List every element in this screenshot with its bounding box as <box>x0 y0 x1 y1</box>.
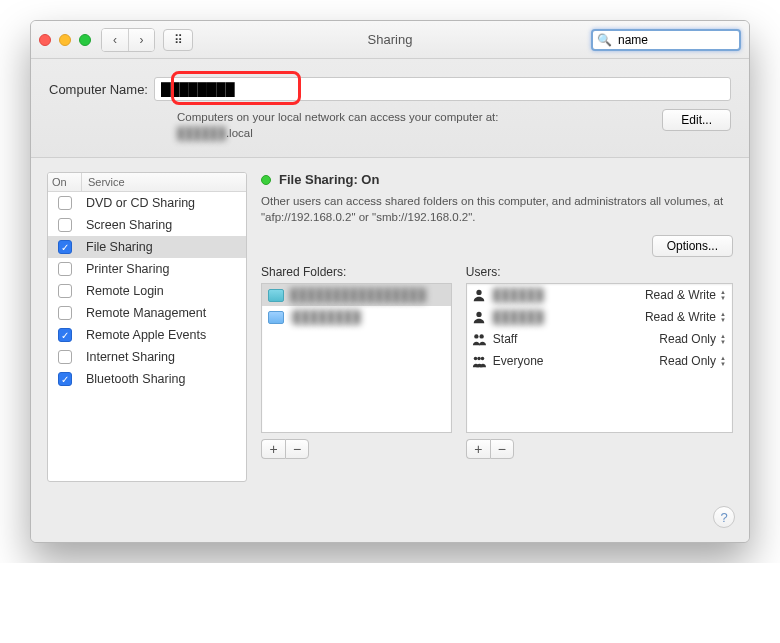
service-checkbox[interactable] <box>58 372 72 386</box>
service-row[interactable]: Internet Sharing <box>48 346 246 368</box>
search-input[interactable] <box>616 32 750 48</box>
shared-folders-list[interactable]: ████████████████i████████ <box>261 283 452 433</box>
service-label: Internet Sharing <box>82 350 246 364</box>
svg-point-1 <box>476 312 481 317</box>
users-controls: + − <box>466 439 733 459</box>
user-name: ██████ <box>493 310 639 324</box>
stepper-icon: ▲▼ <box>720 311 726 323</box>
remove-folder-button[interactable]: − <box>285 439 309 459</box>
titlebar: ‹ › ⠿ Sharing 🔍 ✕ <box>31 21 749 59</box>
user-name: Staff <box>493 332 654 346</box>
remove-user-button[interactable]: − <box>490 439 514 459</box>
user-row[interactable]: StaffRead Only▲▼ <box>467 328 732 350</box>
service-checkbox[interactable] <box>58 240 72 254</box>
shared-folders-controls: + − <box>261 439 452 459</box>
service-row[interactable]: Remote Login <box>48 280 246 302</box>
status-row: File Sharing: On <box>261 172 733 187</box>
detail-panel: File Sharing: On Other users can access … <box>261 172 733 482</box>
service-checkbox[interactable] <box>58 196 72 210</box>
service-row[interactable]: Screen Sharing <box>48 214 246 236</box>
computer-name-input[interactable] <box>154 77 731 101</box>
user-row[interactable]: ██████Read & Write▲▼ <box>467 284 732 306</box>
permission-select[interactable]: Read Only▲▼ <box>659 354 728 368</box>
svg-point-6 <box>481 357 485 361</box>
show-all-button[interactable]: ⠿ <box>163 29 193 51</box>
service-checkbox[interactable] <box>58 262 72 276</box>
svg-point-4 <box>474 357 478 361</box>
service-label: Remote Management <box>82 306 246 320</box>
computer-name-label: Computer Name: <box>49 82 148 97</box>
search-icon: 🔍 <box>597 33 612 47</box>
options-button[interactable]: Options... <box>652 235 733 257</box>
service-checkbox[interactable] <box>58 284 72 298</box>
user-name: Everyone <box>493 354 654 368</box>
service-checkbox[interactable] <box>58 218 72 232</box>
service-row[interactable]: Bluetooth Sharing <box>48 368 246 390</box>
service-label: Screen Sharing <box>82 218 246 232</box>
status-description: Other users can access shared folders on… <box>261 193 733 225</box>
computer-name-section: Computer Name: Computers on your local n… <box>31 59 749 158</box>
column-on[interactable]: On <box>48 173 82 191</box>
stepper-icon: ▲▼ <box>720 289 726 301</box>
service-row[interactable]: DVD or CD Sharing <box>48 192 246 214</box>
permission-select[interactable]: Read Only▲▼ <box>659 332 728 346</box>
folder-name: i████████ <box>290 310 361 324</box>
service-row[interactable]: Remote Management <box>48 302 246 324</box>
stepper-icon: ▲▼ <box>720 333 726 345</box>
service-row[interactable]: Remote Apple Events <box>48 324 246 346</box>
user-icon <box>471 332 487 346</box>
folder-row[interactable]: ████████████████ <box>262 284 451 306</box>
zoom-icon[interactable] <box>79 34 91 46</box>
services-header: On Service <box>48 173 246 192</box>
permission-select[interactable]: Read & Write▲▼ <box>645 310 728 324</box>
service-label: Printer Sharing <box>82 262 246 276</box>
user-name: ██████ <box>493 288 639 302</box>
add-user-button[interactable]: + <box>466 439 490 459</box>
service-label: Remote Login <box>82 284 246 298</box>
back-button[interactable]: ‹ <box>102 29 128 51</box>
permission-select[interactable]: Read & Write▲▼ <box>645 288 728 302</box>
column-service[interactable]: Service <box>82 173 246 191</box>
folder-icon <box>268 289 284 302</box>
folder-name: ████████████████ <box>290 288 426 302</box>
svg-point-2 <box>474 335 478 339</box>
add-folder-button[interactable]: + <box>261 439 285 459</box>
main-content: On Service DVD or CD SharingScreen Shari… <box>31 158 749 498</box>
computer-name-info: Computers on your local network can acce… <box>177 109 650 141</box>
folder-row[interactable]: i████████ <box>262 306 451 328</box>
nav-back-forward: ‹ › <box>101 28 155 52</box>
stepper-icon: ▲▼ <box>720 355 726 367</box>
service-row[interactable]: Printer Sharing <box>48 258 246 280</box>
help-button[interactable]: ? <box>713 506 735 528</box>
shared-folders-panel: Shared Folders: ████████████████i███████… <box>261 265 452 459</box>
service-label: DVD or CD Sharing <box>82 196 246 210</box>
svg-point-5 <box>477 357 481 361</box>
status-indicator-icon <box>261 175 271 185</box>
footer: ? <box>31 498 749 542</box>
user-row[interactable]: EveryoneRead Only▲▼ <box>467 350 732 372</box>
user-icon <box>471 310 487 324</box>
service-checkbox[interactable] <box>58 306 72 320</box>
service-label: Remote Apple Events <box>82 328 246 342</box>
user-icon <box>471 354 487 368</box>
services-list: On Service DVD or CD SharingScreen Shari… <box>47 172 247 482</box>
close-icon[interactable] <box>39 34 51 46</box>
user-row[interactable]: ██████Read & Write▲▼ <box>467 306 732 328</box>
search-field[interactable]: 🔍 ✕ <box>591 29 741 51</box>
service-checkbox[interactable] <box>58 350 72 364</box>
svg-point-3 <box>479 335 483 339</box>
svg-point-0 <box>476 290 481 295</box>
edit-button[interactable]: Edit... <box>662 109 731 131</box>
service-checkbox[interactable] <box>58 328 72 342</box>
users-panel: Users: ██████Read & Write▲▼██████Read & … <box>466 265 733 459</box>
user-icon <box>471 288 487 302</box>
service-label: Bluetooth Sharing <box>82 372 246 386</box>
service-label: File Sharing <box>82 240 246 254</box>
minimize-icon[interactable] <box>59 34 71 46</box>
window-controls <box>39 34 91 46</box>
forward-button[interactable]: › <box>128 29 154 51</box>
service-row[interactable]: File Sharing <box>48 236 246 258</box>
users-list[interactable]: ██████Read & Write▲▼██████Read & Write▲▼… <box>466 283 733 433</box>
grid-icon: ⠿ <box>174 33 183 47</box>
shared-folders-label: Shared Folders: <box>261 265 452 279</box>
